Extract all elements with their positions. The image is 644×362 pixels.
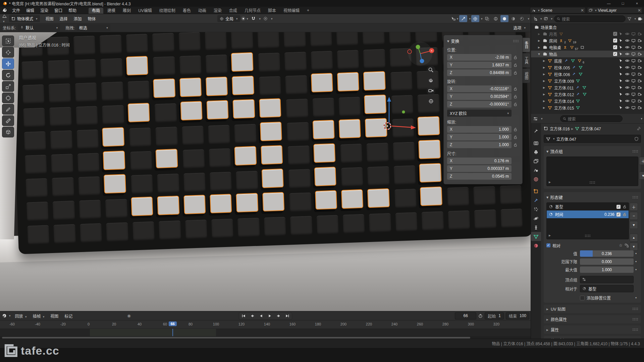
cursor-tool-button[interactable] (2, 47, 14, 58)
current-frame-field[interactable]: 66 (455, 312, 476, 319)
key[interactable] (129, 128, 151, 147)
viewport-menu-选择[interactable]: 选择 (57, 16, 71, 21)
maximize-button[interactable]: □ (616, 0, 630, 7)
key[interactable] (264, 217, 286, 236)
location-z-field[interactable]: Z0.84498 m (447, 69, 512, 76)
collection-checkbox[interactable]: ✓ (613, 52, 617, 56)
shape-keys-title[interactable]: 形态键 (550, 194, 563, 200)
n-panel-tab-条目[interactable]: 条目 (523, 38, 530, 52)
key[interactable] (185, 220, 207, 239)
key-selected[interactable] (206, 77, 228, 96)
move-tool-button[interactable] (2, 58, 14, 69)
key[interactable] (23, 108, 45, 127)
shapekey-row[interactable]: 基型✓ (547, 203, 629, 210)
key[interactable] (178, 32, 201, 51)
key[interactable] (183, 173, 206, 192)
key[interactable] (101, 81, 123, 101)
viewport-disable-icon[interactable] (631, 45, 636, 50)
viewport-disable-icon[interactable] (631, 85, 636, 90)
key[interactable] (395, 212, 417, 232)
auto-key-button[interactable]: ◉ (127, 313, 130, 318)
lock-icon[interactable] (512, 71, 519, 75)
key-selected[interactable] (341, 189, 363, 209)
shapekey-mute-checkbox[interactable]: ✓ (616, 213, 621, 217)
n-panel-tab-视图[interactable]: 视图 (523, 68, 530, 83)
xray-toggle[interactable] (483, 15, 491, 22)
key[interactable] (394, 189, 417, 208)
outliner-row[interactable]: 场景集合 (531, 24, 644, 31)
key-selected[interactable] (311, 73, 333, 93)
properties-tab-object[interactable] (531, 187, 541, 196)
animate-dot[interactable]: • (634, 251, 638, 256)
scale-tool-button[interactable] (2, 81, 14, 92)
key-selected[interactable] (180, 101, 202, 120)
key-selected[interactable] (179, 77, 202, 97)
lock-icon[interactable] (512, 102, 519, 107)
selectable-icon[interactable] (618, 79, 624, 83)
key-selected[interactable] (102, 127, 124, 146)
key[interactable] (126, 34, 148, 53)
close-button[interactable]: × (630, 0, 644, 7)
key-selected[interactable] (183, 195, 206, 214)
key[interactable] (54, 224, 76, 244)
section-属性[interactable]: ▸属性 (544, 325, 641, 334)
key[interactable] (415, 32, 437, 43)
lock-icon[interactable] (512, 127, 519, 132)
outliner-row[interactable]: ▸立方体.012 (531, 91, 644, 98)
workspace-tab[interactable]: 雕刻 (119, 8, 134, 14)
frame-start-field[interactable]: 起始1 (485, 312, 504, 319)
properties-tab-viewlayer[interactable] (531, 157, 541, 166)
key[interactable] (130, 151, 152, 171)
key[interactable] (25, 178, 48, 197)
properties-search-input[interactable]: 搜索 (560, 115, 623, 122)
key[interactable] (312, 98, 334, 117)
key[interactable] (394, 165, 416, 185)
key-selected[interactable] (131, 197, 153, 216)
filter-icon[interactable] (627, 17, 632, 21)
outliner-row[interactable]: ▾物品✓ (531, 51, 644, 57)
key[interactable] (48, 60, 70, 79)
timeline-menu-回放[interactable]: 回放 ▾ (12, 312, 30, 319)
render-disable-icon[interactable] (637, 72, 643, 76)
key[interactable] (392, 118, 414, 138)
viewport-menu-物体[interactable]: 物体 (85, 16, 99, 21)
properties-tab-material[interactable] (531, 241, 541, 250)
panel-grip[interactable] (632, 196, 638, 199)
key[interactable] (290, 216, 312, 235)
key[interactable] (389, 48, 412, 67)
gizmo-toggle[interactable] (459, 15, 467, 22)
key[interactable] (74, 59, 96, 78)
filter-dropdown[interactable]: ▾ (634, 17, 636, 20)
key[interactable] (236, 171, 258, 190)
key-selected[interactable] (153, 78, 175, 98)
key[interactable] (27, 225, 49, 244)
viewport-disable-icon[interactable] (631, 59, 636, 63)
shapekey-lock-icon[interactable] (623, 213, 627, 217)
mesh-name-field[interactable]: ▾ 立方体.047 (544, 135, 641, 143)
key[interactable] (210, 172, 232, 191)
snap-magnet-icon[interactable] (250, 15, 258, 22)
outliner-row[interactable]: ▸立方体.015 (531, 104, 644, 111)
viewport-disable-icon[interactable] (631, 72, 636, 76)
outliner-row[interactable]: ▸房间219✓ (531, 37, 644, 44)
breadcrumb-object[interactable]: 立方体.016 (550, 126, 570, 131)
key-selected[interactable] (260, 122, 282, 141)
key[interactable] (341, 167, 363, 187)
animate-dot[interactable]: • (634, 267, 638, 272)
timeline-editor-icon[interactable] (2, 313, 7, 318)
selectable-icon[interactable] (618, 99, 624, 103)
key[interactable] (75, 82, 97, 102)
lock-icon[interactable] (512, 63, 519, 67)
outliner-row[interactable]: ▸立方体.009 (531, 77, 644, 84)
properties-options-dropdown[interactable]: ▾ (641, 117, 642, 120)
selectable-icon[interactable] (618, 32, 624, 36)
properties-tab-output[interactable] (531, 147, 541, 157)
viewport-disable-icon[interactable] (631, 106, 636, 110)
shapekey-value-slider[interactable]: 0.236 (580, 250, 634, 257)
key-selected[interactable] (315, 190, 337, 209)
hide-eye-icon[interactable] (624, 32, 630, 36)
key-selected[interactable] (231, 52, 253, 72)
measure-tool-button[interactable] (2, 115, 14, 126)
render-disable-icon[interactable] (637, 85, 643, 90)
hide-eye-icon[interactable] (624, 85, 630, 90)
